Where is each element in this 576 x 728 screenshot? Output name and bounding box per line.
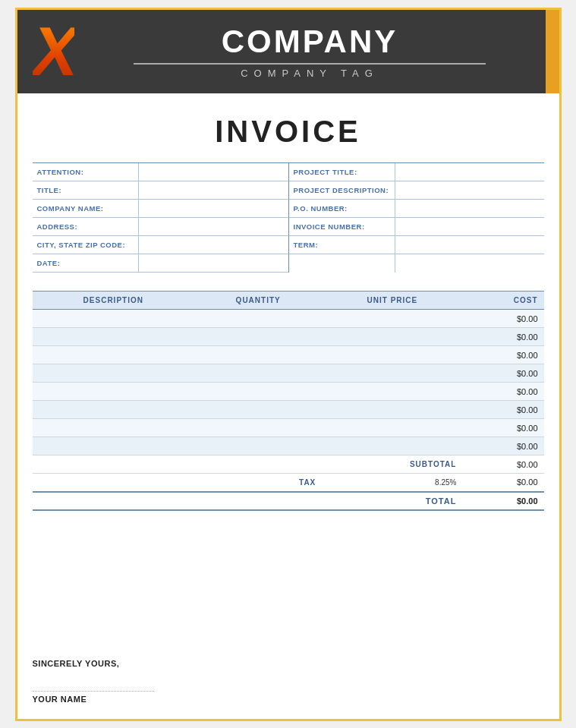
invoice-title-area: INVOICE [17, 93, 559, 162]
info-row-empty [288, 254, 544, 273]
address-value[interactable] [139, 218, 288, 235]
desc-3[interactable] [33, 346, 195, 364]
desc-5[interactable] [33, 383, 195, 401]
desc-1[interactable] [33, 310, 195, 328]
cost-8: $0.00 [462, 437, 543, 455]
price-6[interactable] [322, 401, 462, 419]
date-label: DATE: [33, 254, 139, 272]
qty-2[interactable] [194, 328, 322, 346]
table-row: $0.00 [33, 437, 544, 455]
table-row: $0.00 [33, 419, 544, 437]
info-row-address: ADDRESS: [33, 218, 288, 236]
city-value[interactable] [139, 236, 288, 254]
cost-3: $0.00 [462, 346, 543, 364]
po-label: P.O. NUMBER: [289, 200, 395, 217]
price-2[interactable] [322, 328, 462, 346]
price-3[interactable] [322, 346, 462, 364]
price-8[interactable] [322, 437, 462, 455]
attention-value[interactable] [139, 163, 288, 181]
items-table: DESCRIPTION QUANTITY UNIT PRICE COST $0.… [33, 291, 544, 511]
desc-6[interactable] [33, 401, 195, 419]
attention-label: ATTENTION: [33, 163, 139, 181]
project-desc-label: PROJECT DESCRIPTION: [289, 181, 395, 199]
info-row-title: TITLE: [33, 181, 288, 200]
tax-value: $0.00 [462, 474, 543, 492]
price-4[interactable] [322, 364, 462, 383]
invoice-title: INVOICE [33, 115, 544, 149]
cost-5: $0.00 [462, 383, 543, 401]
subtotal-row: SUBTOTAL $0.00 [33, 455, 544, 474]
price-1[interactable] [322, 310, 462, 328]
price-7[interactable] [322, 419, 462, 437]
company-name: COMPANY [90, 24, 530, 59]
project-title-value[interactable] [395, 163, 544, 181]
qty-6[interactable] [194, 401, 322, 419]
empty-label [289, 254, 395, 273]
col-quantity: QUANTITY [194, 292, 322, 310]
table-row: $0.00 [33, 346, 544, 364]
desc-7[interactable] [33, 419, 195, 437]
tax-row: TAX 8.25% $0.00 [33, 474, 544, 492]
project-desc-value[interactable] [395, 181, 544, 199]
info-row-attention: ATTENTION: [33, 163, 288, 181]
cost-4: $0.00 [462, 364, 543, 383]
desc-4[interactable] [33, 364, 195, 383]
total-empty [33, 492, 323, 510]
desc-8[interactable] [33, 437, 195, 455]
qty-7[interactable] [194, 419, 322, 437]
info-col-left: ATTENTION: TITLE: COMPANY NAME: ADDRESS:… [33, 163, 288, 273]
date-value[interactable] [139, 254, 288, 272]
col-description: DESCRIPTION [33, 292, 195, 310]
sincerely-text: SINCERELY YOURS, [33, 659, 544, 668]
info-row-company-name: COMPANY NAME: [33, 200, 288, 218]
logo-x-icon: X [33, 17, 74, 86]
total-label: TOTAL [322, 492, 462, 510]
empty-value [395, 254, 544, 273]
table-row: $0.00 [33, 310, 544, 328]
info-row-city: CITY, STATE ZIP CODE: [33, 236, 288, 254]
col-unit-price: UNIT PRICE [322, 292, 462, 310]
company-info: COMPANY COMPANY TAG [74, 24, 530, 78]
qty-4[interactable] [194, 364, 322, 383]
qty-5[interactable] [194, 383, 322, 401]
info-col-right: PROJECT TITLE: PROJECT DESCRIPTION: P.O.… [288, 163, 544, 273]
company-name-value[interactable] [139, 200, 288, 217]
company-name-label: COMPANY NAME: [33, 200, 139, 217]
address-label: ADDRESS: [33, 218, 139, 235]
header: X COMPANY COMPANY TAG [17, 10, 559, 93]
your-name: YOUR NAME [33, 695, 544, 704]
cost-2: $0.00 [462, 328, 543, 346]
title-value[interactable] [139, 181, 288, 199]
info-grid: ATTENTION: TITLE: COMPANY NAME: ADDRESS:… [33, 162, 544, 273]
company-tag: COMPANY TAG [90, 68, 530, 79]
info-row-invoice-num: INVOICE NUMBER: [288, 218, 544, 236]
table-header-row: DESCRIPTION QUANTITY UNIT PRICE COST [33, 292, 544, 310]
table-row: $0.00 [33, 401, 544, 419]
qty-3[interactable] [194, 346, 322, 364]
table-row: $0.00 [33, 383, 544, 401]
info-row-project-title: PROJECT TITLE: [288, 163, 544, 181]
info-row-po: P.O. NUMBER: [288, 200, 544, 218]
invoice-num-value[interactable] [395, 218, 544, 235]
qty-1[interactable] [194, 310, 322, 328]
tax-empty [33, 474, 195, 492]
po-value[interactable] [395, 200, 544, 217]
logo-area: X [33, 17, 74, 86]
cost-6: $0.00 [462, 401, 543, 419]
term-label: TERM: [289, 236, 395, 254]
info-row-project-desc: PROJECT DESCRIPTION: [288, 181, 544, 200]
desc-2[interactable] [33, 328, 195, 346]
total-row: TOTAL $0.00 [33, 492, 544, 510]
company-divider [134, 63, 486, 65]
tax-rate: 8.25% [322, 474, 462, 492]
cost-1: $0.00 [462, 310, 543, 328]
signature-line [33, 691, 154, 692]
subtotal-value: $0.00 [462, 455, 543, 474]
term-value[interactable] [395, 236, 544, 254]
price-5[interactable] [322, 383, 462, 401]
qty-8[interactable] [194, 437, 322, 455]
city-label: CITY, STATE ZIP CODE: [33, 236, 139, 254]
info-row-term: TERM: [288, 236, 544, 254]
col-cost: COST [462, 292, 543, 310]
project-title-label: PROJECT TITLE: [289, 163, 395, 181]
